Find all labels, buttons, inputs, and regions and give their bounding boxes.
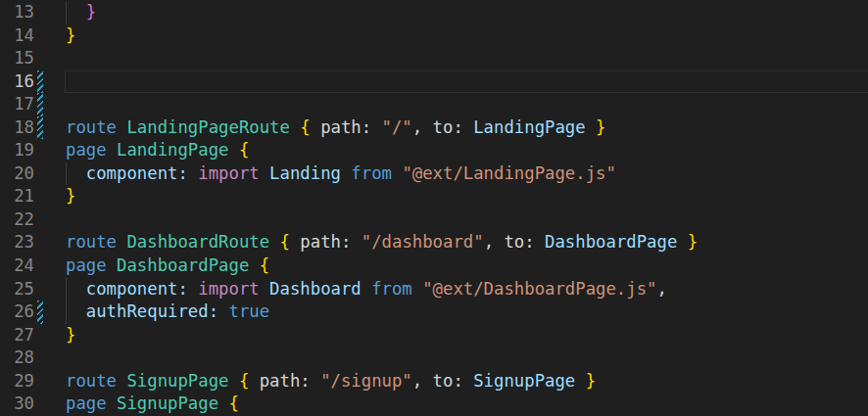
code-token: Landing: [269, 163, 341, 183]
code-token: [341, 163, 351, 183]
code-line[interactable]: 27}: [0, 324, 868, 347]
code-token: route: [66, 371, 126, 391]
code-token: import: [198, 163, 259, 183]
code-token: }: [66, 186, 75, 206]
code-line-content[interactable]: [65, 93, 868, 116]
git-modified-indicator[interactable]: [37, 300, 43, 324]
code-line[interactable]: 20 component: import Landing from "@ext/…: [0, 162, 868, 186]
line-number[interactable]: 29: [0, 370, 34, 393]
code-line-content[interactable]: [65, 347, 868, 370]
code-token: [260, 279, 269, 299]
gutter-spacer: [37, 162, 43, 186]
git-modified-indicator[interactable]: [37, 116, 43, 140]
code-line[interactable]: 15: [0, 47, 868, 70]
line-number[interactable]: 28: [0, 347, 34, 370]
code-token: LandingPage: [117, 140, 239, 160]
code-line-content[interactable]: authRequired: true: [65, 300, 868, 324]
code-token: }: [66, 25, 75, 45]
code-line-content[interactable]: }: [65, 24, 868, 48]
gutter-spacer: [37, 324, 43, 347]
code-token: route: [66, 117, 126, 137]
indent-guide: [66, 300, 67, 324]
line-number[interactable]: 21: [0, 185, 34, 208]
gutter-spacer: [37, 208, 43, 232]
code-token: }: [688, 232, 698, 252]
code-line-content[interactable]: }: [65, 1, 868, 24]
line-number[interactable]: 30: [0, 393, 34, 416]
line-number[interactable]: 15: [0, 47, 34, 70]
line-number[interactable]: 13: [0, 1, 34, 24]
git-modified-indicator[interactable]: [37, 70, 43, 94]
code-line[interactable]: 18route LandingPageRoute { path: "/", to…: [0, 116, 868, 140]
line-number[interactable]: 26: [0, 300, 34, 324]
line-number[interactable]: 19: [0, 139, 34, 162]
code-line[interactable]: 24page DashboardPage {: [0, 254, 868, 278]
code-token: {: [280, 232, 301, 252]
code-token: page: [66, 393, 117, 413]
code-token: {: [239, 371, 260, 391]
code-token: LandingPageRoute: [126, 117, 300, 137]
code-token: path:: [300, 232, 361, 252]
code-token: [66, 279, 86, 299]
code-token: [412, 279, 422, 299]
git-modified-indicator[interactable]: [37, 93, 43, 116]
gutter-spacer: [37, 347, 43, 370]
line-number[interactable]: 23: [0, 231, 34, 254]
code-line-content[interactable]: page LandingPage {: [65, 139, 868, 162]
code-line[interactable]: 26 authRequired: true: [0, 300, 868, 324]
code-token: }: [586, 371, 596, 391]
code-token: SignupPage: [117, 393, 228, 413]
code-line[interactable]: 28: [0, 347, 868, 370]
code-line-content[interactable]: route LandingPageRoute { path: "/", to: …: [65, 116, 868, 140]
line-number[interactable]: 27: [0, 324, 34, 347]
code-line-content[interactable]: component: import Dashboard from "@ext/D…: [65, 278, 868, 301]
code-line[interactable]: 25 component: import Dashboard from "@ex…: [0, 278, 868, 301]
code-line-content[interactable]: page DashboardPage {: [65, 254, 868, 278]
code-line[interactable]: 17: [0, 93, 868, 116]
code-token: {: [300, 117, 320, 137]
line-number[interactable]: 17: [0, 93, 34, 116]
code-token: path:: [260, 371, 320, 391]
code-line-content[interactable]: page SignupPage {: [65, 393, 868, 416]
line-number[interactable]: 20: [0, 162, 34, 186]
code-line-content[interactable]: route DashboardRoute { path: "/dashboard…: [65, 231, 868, 254]
code-line-content[interactable]: }: [65, 185, 868, 208]
line-number[interactable]: 18: [0, 116, 34, 140]
line-number[interactable]: 22: [0, 208, 34, 232]
code-line-content[interactable]: route SignupPage { path: "/signup", to: …: [65, 370, 868, 393]
code-token: authRequired:: [86, 301, 229, 321]
code-line-content[interactable]: component: import Landing from "@ext/Lan…: [65, 162, 868, 186]
code-token: }: [66, 325, 75, 345]
code-line-content[interactable]: [65, 70, 868, 94]
code-line-content[interactable]: [65, 208, 868, 232]
code-line[interactable]: 29route SignupPage { path: "/signup", to…: [0, 370, 868, 393]
code-token: [362, 279, 371, 299]
gutter-spacer: [37, 24, 43, 48]
code-line[interactable]: 30page SignupPage {: [0, 393, 868, 416]
line-number[interactable]: 14: [0, 24, 34, 48]
code-token: SignupPage: [126, 371, 238, 391]
code-token: {: [228, 393, 238, 413]
line-number[interactable]: 25: [0, 278, 34, 301]
code-token: "@ext/LandingPage.js": [402, 163, 616, 183]
code-line[interactable]: 22: [0, 208, 868, 232]
code-token: ,: [656, 279, 666, 299]
code-line[interactable]: 19page LandingPage {: [0, 139, 868, 162]
code-editor[interactable]: 13 }14}15161718route LandingPageRoute { …: [0, 0, 868, 416]
code-line[interactable]: 14}: [0, 24, 868, 48]
indent-guide: [66, 1, 67, 24]
gutter-spacer: [37, 1, 43, 24]
gutter-spacer: [37, 185, 43, 208]
code-line[interactable]: 13 }: [0, 1, 868, 24]
line-number[interactable]: 24: [0, 254, 34, 278]
code-line[interactable]: 16: [0, 70, 868, 94]
code-token: from: [371, 279, 412, 299]
gutter-spacer: [37, 139, 43, 162]
code-token: [66, 163, 86, 183]
code-line[interactable]: 21}: [0, 185, 868, 208]
code-line[interactable]: 23route DashboardRoute { path: "/dashboa…: [0, 231, 868, 254]
code-line-content[interactable]: [65, 47, 868, 70]
code-line-content[interactable]: }: [65, 324, 868, 347]
code-token: }: [596, 117, 605, 137]
active-line-number[interactable]: 16: [0, 70, 34, 94]
